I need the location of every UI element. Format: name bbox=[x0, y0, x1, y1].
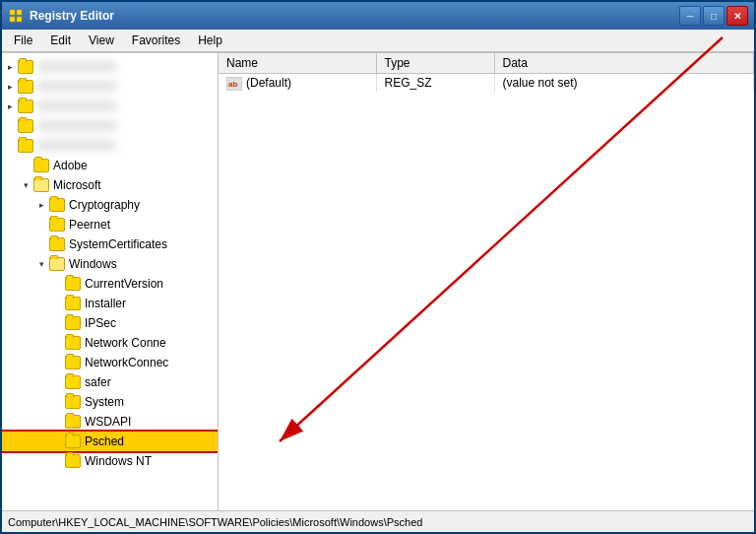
menu-file[interactable]: File bbox=[6, 32, 40, 49]
tree-expander[interactable] bbox=[49, 276, 65, 292]
tree-item-label: Cryptography bbox=[69, 198, 140, 212]
tree-item-cryptography[interactable]: ▸Cryptography bbox=[2, 195, 218, 215]
tree-item-psched[interactable]: Psched bbox=[2, 432, 218, 451]
tree-item-safer[interactable]: safer bbox=[2, 372, 218, 392]
tree-item-blurred3[interactable]: ▸XXXXXXXXXX bbox=[2, 97, 218, 116]
tree-item-adobe[interactable]: Adobe bbox=[2, 156, 218, 175]
folder-icon bbox=[33, 159, 49, 172]
tree-item-networkconn1[interactable]: Network Conne bbox=[2, 333, 218, 353]
folder-icon bbox=[18, 60, 33, 74]
maximize-button[interactable]: □ bbox=[703, 6, 724, 26]
folder-icon bbox=[18, 80, 33, 94]
folder-icon bbox=[65, 316, 81, 330]
tree-expander[interactable] bbox=[49, 453, 65, 469]
default-value-icon: ab bbox=[226, 76, 246, 90]
tree-item-blurred1[interactable]: ▸XXXXXXXXXX bbox=[2, 57, 218, 77]
tree-item-microsoft[interactable]: ▾Microsoft bbox=[2, 175, 218, 195]
folder-icon bbox=[65, 297, 81, 310]
registry-tree-pane: ▸XXXXXXXXXX▸XXXXXXXXXX▸XXXXXXXXXXXXXXXXX… bbox=[2, 53, 219, 510]
svg-line-7 bbox=[280, 53, 723, 441]
annotation-arrow bbox=[219, 53, 754, 510]
app-icon bbox=[8, 8, 24, 24]
tree-item-blurred4[interactable]: XXXXXXXXXX bbox=[2, 116, 218, 136]
folder-icon bbox=[65, 395, 81, 409]
registry-values-pane: Name Type Data ab (Default)REG_SZ(value … bbox=[219, 53, 754, 510]
tree-expander[interactable]: ▸ bbox=[2, 99, 18, 114]
tree-item-label: WSDAPI bbox=[85, 415, 131, 429]
status-path: Computer\HKEY_LOCAL_MACHINE\SOFTWARE\Pol… bbox=[8, 516, 422, 528]
tree-item-blurred2[interactable]: ▸XXXXXXXXXX bbox=[2, 77, 218, 97]
tree-expander[interactable] bbox=[33, 236, 49, 252]
registry-entry-name: ab (Default) bbox=[219, 74, 376, 93]
svg-rect-1 bbox=[17, 10, 22, 15]
tree-expander[interactable] bbox=[49, 315, 65, 331]
tree-expander[interactable] bbox=[49, 414, 65, 430]
tree-item-label: NetworkConnec bbox=[85, 356, 168, 369]
registry-tree[interactable]: ▸XXXXXXXXXX▸XXXXXXXXXX▸XXXXXXXXXXXXXXXXX… bbox=[2, 53, 218, 510]
tree-item-blurred5[interactable]: XXXXXXXXXX bbox=[2, 136, 218, 156]
title-bar: Registry Editor ─ □ ✕ bbox=[2, 2, 754, 30]
menu-favorites[interactable]: Favorites bbox=[124, 32, 188, 49]
minimize-button[interactable]: ─ bbox=[679, 6, 701, 26]
tree-item-label: Windows NT bbox=[85, 454, 152, 468]
folder-icon bbox=[18, 100, 33, 113]
tree-item-installer[interactable]: Installer bbox=[2, 294, 218, 313]
tree-expander[interactable] bbox=[49, 296, 65, 311]
folder-icon bbox=[18, 119, 33, 133]
tree-item-peernet[interactable]: Peernet bbox=[2, 215, 218, 234]
registry-table-row[interactable]: ab (Default)REG_SZ(value not set) bbox=[219, 74, 754, 93]
tree-item-currentversion[interactable]: CurrentVersion bbox=[2, 274, 218, 294]
tree-item-networkconn2[interactable]: NetworkConnec bbox=[2, 353, 218, 372]
svg-text:ab: ab bbox=[228, 80, 237, 89]
tree-expander[interactable] bbox=[18, 158, 33, 173]
tree-item-label: Microsoft bbox=[53, 178, 101, 192]
status-bar: Computer\HKEY_LOCAL_MACHINE\SOFTWARE\Pol… bbox=[2, 510, 754, 532]
tree-item-label: safer bbox=[85, 375, 111, 389]
folder-icon bbox=[65, 415, 81, 429]
svg-rect-0 bbox=[10, 10, 15, 15]
svg-rect-2 bbox=[10, 17, 15, 22]
tree-expander[interactable] bbox=[2, 138, 18, 154]
folder-icon bbox=[65, 356, 81, 369]
tree-item-windows[interactable]: ▾Windows bbox=[2, 254, 218, 274]
tree-item-label: Peernet bbox=[69, 218, 110, 232]
window-title: Registry Editor bbox=[30, 9, 679, 23]
tree-expander[interactable] bbox=[49, 394, 65, 410]
tree-expander[interactable] bbox=[49, 355, 65, 370]
tree-item-ipsec[interactable]: IPSec bbox=[2, 313, 218, 333]
menu-edit[interactable]: Edit bbox=[42, 32, 79, 49]
tree-expander[interactable]: ▾ bbox=[33, 256, 49, 272]
folder-icon bbox=[65, 454, 81, 468]
tree-item-label: XXXXXXXXXX bbox=[37, 119, 116, 133]
tree-expander[interactable]: ▸ bbox=[2, 79, 18, 95]
tree-item-system[interactable]: System bbox=[2, 392, 218, 412]
tree-item-label: Network Conne bbox=[85, 336, 166, 350]
registry-editor-window: Registry Editor ─ □ ✕ FileEditViewFavori… bbox=[0, 0, 756, 534]
tree-expander[interactable]: ▸ bbox=[2, 59, 18, 75]
folder-icon bbox=[49, 237, 65, 251]
folder-icon bbox=[49, 218, 65, 232]
tree-item-label: XXXXXXXXXX bbox=[37, 139, 116, 153]
tree-expander[interactable] bbox=[2, 118, 18, 134]
menu-help[interactable]: Help bbox=[190, 32, 230, 49]
tree-expander[interactable] bbox=[49, 434, 65, 449]
folder-icon bbox=[65, 375, 81, 389]
folder-icon bbox=[49, 257, 65, 271]
registry-table: Name Type Data ab (Default)REG_SZ(value … bbox=[219, 53, 754, 93]
close-button[interactable]: ✕ bbox=[726, 6, 748, 26]
tree-item-systemcerts[interactable]: SystemCertificates bbox=[2, 234, 218, 254]
tree-expander[interactable]: ▾ bbox=[18, 177, 33, 193]
folder-icon bbox=[65, 434, 81, 448]
tree-expander[interactable] bbox=[49, 374, 65, 390]
tree-item-label: CurrentVersion bbox=[85, 277, 163, 291]
tree-expander[interactable]: ▸ bbox=[33, 197, 49, 213]
tree-item-windowsnt[interactable]: Windows NT bbox=[2, 451, 218, 471]
tree-item-label: Windows bbox=[69, 257, 117, 271]
tree-expander[interactable] bbox=[33, 217, 49, 233]
tree-item-wsdapi[interactable]: WSDAPI bbox=[2, 412, 218, 432]
tree-item-label: XXXXXXXXXX bbox=[37, 100, 116, 113]
col-header-type: Type bbox=[376, 53, 494, 74]
menu-view[interactable]: View bbox=[81, 32, 122, 49]
tree-item-label: Psched bbox=[85, 434, 124, 448]
tree-expander[interactable] bbox=[49, 335, 65, 351]
